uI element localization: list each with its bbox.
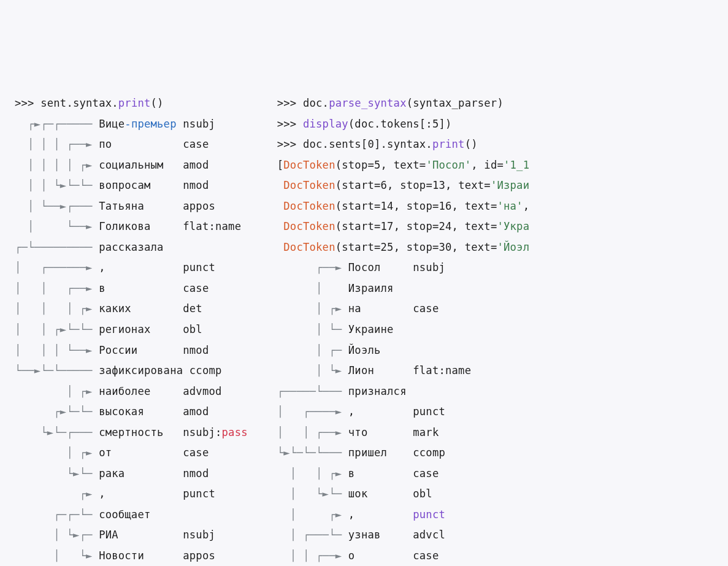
tree-branch: │ └──► xyxy=(15,220,99,232)
tree-word: Лион xyxy=(348,364,413,377)
t5b: DocToken xyxy=(283,241,335,253)
t4c: (start= xyxy=(335,220,381,232)
tree-branch: │ └►┌─ xyxy=(15,529,99,541)
tree-branch: │ ┌► xyxy=(277,508,348,521)
tree-branch: │ └►└─ xyxy=(277,488,348,500)
r2-mid: (doc.tokens[: xyxy=(348,118,432,130)
t2d: 6 xyxy=(381,179,388,191)
tree-word: Голикова xyxy=(99,220,183,232)
t5c: (start= xyxy=(335,241,381,253)
tree-branch: │ ┌─ xyxy=(277,344,348,356)
tree-word: , xyxy=(99,261,183,273)
tree-relation: flat:name xyxy=(183,220,241,232)
t4b: DocToken xyxy=(283,220,335,232)
tree-word: в xyxy=(99,282,183,294)
r1-call: parse_syntax xyxy=(329,97,407,109)
tree-branch: │ │ │ ┌► xyxy=(15,302,99,315)
t4f: 24 xyxy=(439,220,452,232)
tree-branch: └►└─┌─── xyxy=(15,426,99,438)
tree-relation: nmod xyxy=(183,344,209,356)
right-column: >>> doc.parse_syntax(syntax_parser)>>> d… xyxy=(277,93,529,566)
tree-branch: ┌──► xyxy=(277,261,348,273)
t5d: 25 xyxy=(381,241,394,253)
t3h: 'на' xyxy=(497,200,523,212)
t2e: , stop= xyxy=(387,179,432,191)
tree-branch: │ │ │ ┌──► xyxy=(15,138,99,150)
tree-word: России xyxy=(99,344,183,356)
tree-word: признался xyxy=(348,385,407,397)
tree-word: наиболее xyxy=(99,385,183,397)
tree-relation: nsubj xyxy=(183,529,215,541)
tree-word: пришел xyxy=(348,446,413,459)
tree-word: в xyxy=(348,467,413,480)
tree-word: на xyxy=(348,302,413,315)
tree-word: РИА xyxy=(99,529,183,541)
tree-word: Израиля xyxy=(348,282,394,294)
tree-relation: punct xyxy=(413,405,445,418)
tree-word: , xyxy=(348,405,413,418)
r2-call: display xyxy=(303,118,348,130)
tree-branch: │ ┌────► xyxy=(277,405,348,418)
tree-branch: │ │ ┌► xyxy=(277,467,348,480)
tree-relation: case xyxy=(183,446,209,459)
tree-relation: punct xyxy=(183,261,215,273)
tree-branch: │ │ ┌──► xyxy=(277,549,348,562)
tree-word: Вице xyxy=(99,118,125,130)
tree-branch: │ │ ┌──► xyxy=(15,282,99,294)
tree-branch: │ └► xyxy=(15,549,99,562)
t4a xyxy=(277,220,284,232)
t5e: , stop= xyxy=(394,241,439,253)
t5g: , text= xyxy=(452,241,497,253)
call-prefix: sent.syntax. xyxy=(40,97,118,109)
tree-branch: │ └► xyxy=(277,364,348,377)
left-syntax-tree: ┌►┌─┌───── Вице-премьер nsubj │ │ │ ┌──►… xyxy=(15,114,248,566)
tree-word: что xyxy=(348,426,413,438)
tree-word: сообщает xyxy=(99,508,150,521)
t1d: 5 xyxy=(374,159,381,171)
t1c: (stop= xyxy=(335,159,374,171)
tree-relation: det xyxy=(183,302,202,315)
tree-relation: case xyxy=(413,549,439,562)
prompt: >>> xyxy=(15,97,40,109)
tree-branch: │ ┌───└─ xyxy=(277,529,348,541)
tree-branch: │ └──►┌─── xyxy=(15,200,99,212)
r3-call: print xyxy=(432,138,465,150)
t1b: DocToken xyxy=(283,159,335,171)
tree-relation: nmod xyxy=(183,467,209,480)
tree-relation: nsubj xyxy=(413,261,445,273)
t4e: , stop= xyxy=(394,220,439,232)
tree-relation: ccomp xyxy=(413,446,445,459)
tree-word: Посол xyxy=(348,261,413,273)
tree-word: Татьяна xyxy=(99,200,183,212)
tree-relation: obl xyxy=(183,323,202,335)
tree-branch: ┌► xyxy=(15,488,99,500)
tree-relation: appos xyxy=(183,549,215,562)
r2-prompt: >>> xyxy=(277,118,303,130)
t3e: , stop= xyxy=(394,200,439,212)
tree-branch: └►└─└─└─── xyxy=(277,446,348,459)
tree-word: Новости xyxy=(99,549,183,562)
tree-branch: │ │ │ └──► xyxy=(15,344,99,356)
tree-relation: case xyxy=(183,282,209,294)
tree-branch: │ │ ┌►└─└─ xyxy=(15,323,99,335)
right-syntax-tree: ┌──► Посол nsubj │ Израиля │ ┌► на case … xyxy=(277,258,529,566)
tree-branch: ┌─────└─── xyxy=(277,385,348,397)
r3-num: 0 xyxy=(367,138,374,150)
t1h: '1_1 xyxy=(504,159,529,171)
tree-branch: │ └─ xyxy=(277,323,348,335)
t5h: 'Йоэл xyxy=(497,241,529,253)
t2g: , text= xyxy=(445,179,491,191)
tree-word: вопросам xyxy=(99,179,183,191)
t5a xyxy=(277,241,284,253)
tree-word: рассказала xyxy=(99,241,163,253)
tree-branch: ┌►┌─┌───── xyxy=(15,118,99,130)
tree-relation: obl xyxy=(413,488,432,500)
t4h: 'Укра xyxy=(497,220,529,232)
tree-branch: └►└─ xyxy=(15,467,99,480)
tree-relation: punct xyxy=(183,488,215,500)
t2f: 13 xyxy=(432,179,445,191)
left-column: >>> sent.syntax.print() ┌►┌─┌───── Вице-… xyxy=(15,93,248,566)
tree-relation: nsubj xyxy=(183,118,215,130)
t3i: , xyxy=(523,200,530,212)
tree-word: от xyxy=(99,446,183,459)
